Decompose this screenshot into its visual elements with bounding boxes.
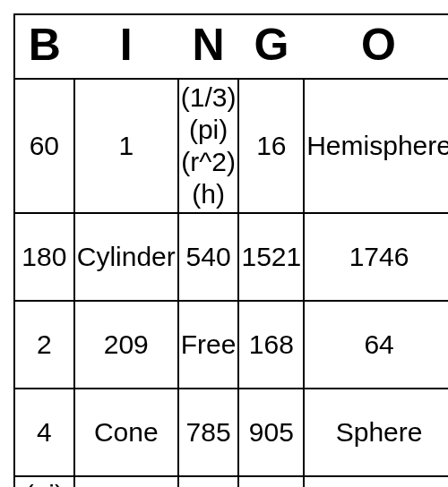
bingo-cell[interactable]: 180 — [14, 213, 74, 301]
header-i: I — [74, 14, 178, 79]
bingo-cell[interactable]: 2 — [14, 301, 74, 389]
bingo-cell[interactable]: (4/3)(pi)(r^3) — [304, 476, 448, 487]
bingo-cell[interactable]: 3 — [74, 476, 178, 487]
bingo-cell[interactable]: 4 — [14, 389, 74, 476]
header-g: G — [238, 14, 304, 79]
bingo-cell[interactable]: 452 — [238, 476, 304, 487]
bingo-cell[interactable]: 785 — [178, 389, 239, 476]
bingo-cell[interactable]: 540 — [178, 213, 239, 301]
bingo-header-row: B I N G O — [14, 14, 448, 79]
header-n: N — [178, 14, 239, 79]
bingo-cell[interactable]: Cone — [74, 389, 178, 476]
bingo-card: B I N G O 60 1 (1/3)(pi)(r^2)(h) 16 Hemi… — [13, 13, 448, 487]
bingo-row: 2 209 Free 168 64 — [14, 301, 448, 389]
bingo-cell[interactable]: Cylinder — [74, 213, 178, 301]
header-b: B — [14, 14, 74, 79]
bingo-cell[interactable]: 168 — [238, 301, 304, 389]
bingo-cell[interactable]: 60 — [14, 79, 74, 213]
bingo-cell[interactable]: 1 — [74, 79, 178, 213]
bingo-cell[interactable]: (1/3)(pi)(r^2)(h) — [178, 79, 239, 213]
bingo-cell[interactable]: 16 — [238, 79, 304, 213]
bingo-cell[interactable]: 64 — [304, 301, 448, 389]
bingo-cell[interactable]: 1521 — [238, 213, 304, 301]
bingo-row: 60 1 (1/3)(pi)(r^2)(h) 16 Hemisphere — [14, 79, 448, 213]
bingo-cell-free[interactable]: Free — [178, 301, 239, 389]
bingo-row: 180 Cylinder 540 1521 1746 — [14, 213, 448, 301]
bingo-cell[interactable]: 1746 — [304, 213, 448, 301]
bingo-row: (pi)(r^2)(h) 3 884 452 (4/3)(pi)(r^3) — [14, 476, 448, 487]
bingo-cell[interactable]: 884 — [178, 476, 239, 487]
bingo-row: 4 Cone 785 905 Sphere — [14, 389, 448, 476]
bingo-cell[interactable]: 905 — [238, 389, 304, 476]
header-o: O — [304, 14, 448, 79]
bingo-cell[interactable]: Sphere — [304, 389, 448, 476]
bingo-cell[interactable]: 209 — [74, 301, 178, 389]
bingo-cell[interactable]: Hemisphere — [304, 79, 448, 213]
bingo-cell[interactable]: (pi)(r^2)(h) — [14, 476, 74, 487]
